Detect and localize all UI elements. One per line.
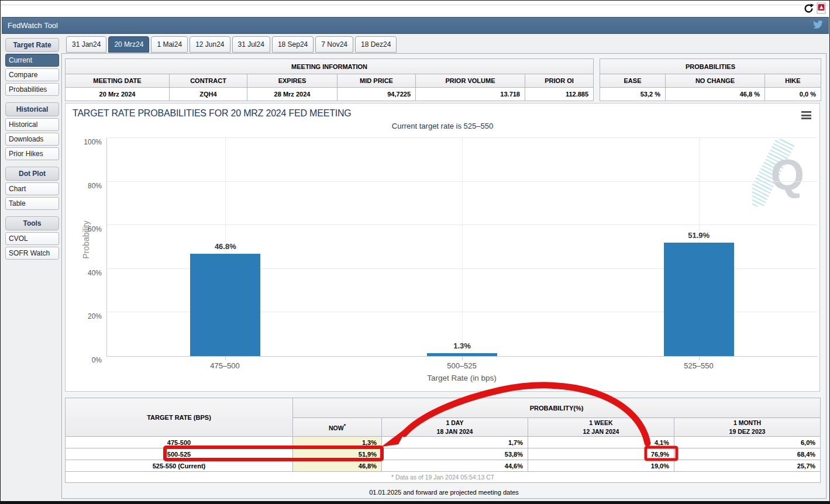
tab-7nov24[interactable]: 7 Nov24 [315,36,353,53]
ease-value: 53,2 % [600,88,666,101]
probability-bar-500-525[interactable] [664,243,734,356]
prior-volume-value: 13.718 [416,88,525,101]
bar-value-label: 51.9% [688,231,710,240]
col-1-day: 1 DAY18 JAN 2024 [382,418,528,437]
week1-cell: 19,0% [528,460,674,472]
x-category-525-550: 525–550 [684,361,714,370]
now-cell: 46,8% [293,460,382,472]
twitter-bird-icon[interactable] [813,20,823,31]
col-1-week: 1 WEEK12 JAN 2024 [528,418,674,437]
hike-value: 0,0 % [765,88,821,101]
table-row-475-500: 475-500 1,3% 1,7% 4,1% 6,0% [66,437,821,448]
table-row-525-550-current: 525-550 (Current) 46,8% 44,6% 19,0% 25,7… [66,460,821,472]
browser-top-strip [1,1,829,17]
app-header-bar: FedWatch Tool [2,17,829,34]
col-prior-oi: PRIOR OI [525,74,594,88]
meeting-date-value: 20 Mrz 2024 [66,88,170,101]
tab-18dez24[interactable]: 18 Dez24 [355,36,397,53]
plot-area: Q 1.3% 51.9% 46.8% 0%20%40%60%80%100% [106,138,817,357]
col-hike: HIKE [765,74,821,88]
col-no-change: NO CHANGE [666,74,765,88]
hamburger-menu-icon[interactable] [801,111,811,121]
probabilities-summary-table: PROBABILITIES EASE NO CHANGE HIKE 53,2 %… [600,58,821,101]
tab-12jun24[interactable]: 12 Jun24 [190,36,230,53]
expires-value: 28 Mrz 2024 [247,88,337,101]
chart-subtitle: Current target rate is 525–550 [66,122,819,130]
day1-cell: 1,7% [382,437,528,448]
sidebar-header-tools: Tools [5,216,59,230]
col-ease: EASE [600,74,666,88]
top-divider [1,5,829,5]
projected-dates-note: 01.01.2025 and forward are projected mee… [62,489,826,496]
sidebar-header-dot-plot: Dot Plot [5,167,59,181]
col-prior-volume: PRIOR VOLUME [416,74,525,88]
meeting-info-title: MEETING INFORMATION [66,59,594,74]
bar-value-label: 1.3% [453,341,471,350]
rate-cell: 475-500 [66,437,293,448]
contract-value: ZQH4 [170,88,247,101]
app-title: FedWatch Tool [8,21,58,30]
week1-cell: 4,1% [528,437,674,448]
bar-slot-525-550: 46.8% [107,138,344,356]
tab-20mrz24[interactable]: 20 Mrz24 [108,36,149,53]
day1-cell: 44,6% [382,460,528,472]
sidebar-item-current[interactable]: Current [5,54,59,67]
tab-18sep24[interactable]: 18 Sep24 [272,36,314,53]
col-meeting-date: MEETING DATE [66,74,170,88]
target-rate-bps-header: TARGET RATE (BPS) [66,398,293,437]
rate-cell: 500-525 [66,448,293,460]
fedwatch-tool-page: FedWatch Tool 31 Jan24 20 Mrz24 1 Mai24 … [0,0,830,504]
meeting-date-tabs: 31 Jan24 20 Mrz24 1 Mai24 12 Jun24 31 Ju… [66,36,397,53]
rate-probability-table: TARGET RATE (BPS) PROBABILITY(%) NOW* 1 … [65,398,821,483]
sidebar-item-downloads[interactable]: Downloads [5,133,59,146]
no-change-value: 46,8 % [666,88,765,101]
data-as-of-footnote: * Data as of 19 Jan 2024 05:54:13 CT [66,472,821,483]
probability-bar-525-550[interactable] [190,254,260,356]
col-now: NOW* [293,418,382,437]
probability-pct-header: PROBABILITY(%) [293,398,821,418]
x-axis-title: Target Rate (in bps) [106,374,817,382]
tab-31jan24[interactable]: 31 Jan24 [66,36,106,53]
probabilities-title: PROBABILITIES [600,59,821,74]
col-expires: EXPIRES [247,74,337,88]
x-category-500-525: 500–525 [447,361,477,370]
mid-price-value: 94,7225 [337,88,416,101]
sidebar-item-chart[interactable]: Chart [5,182,59,195]
table-row-500-525: 500-525 51,9% 53,8% 76,9% 68,4% [66,448,821,460]
sidebar-nav: Target Rate Current Compare Probabilitie… [5,38,59,260]
bar-value-label: 46.8% [215,242,236,251]
target-rate-probabilities-chart: TARGET RATE PROBABILITIES FOR 20 MRZ 202… [65,103,820,392]
rate-cell: 525-550 (Current) [66,460,293,472]
probability-bar-475-500[interactable] [427,353,497,356]
sidebar-item-table[interactable]: Table [5,197,59,210]
col-contract: CONTRACT [170,74,247,88]
pdf-export-icon[interactable] [817,2,826,16]
week1-cell: 76,9% [528,448,674,460]
month1-cell: 68,4% [674,448,821,460]
sidebar-item-historical[interactable]: Historical [5,118,59,131]
day1-cell: 53,8% [382,448,528,460]
x-category-475-500: 475–500 [210,361,240,370]
col-mid-price: MID PRICE [337,74,416,88]
now-cell: 51,9% [293,448,382,460]
chart-title: TARGET RATE PROBABILITIES FOR 20 MRZ 202… [73,108,352,119]
month1-cell: 25,7% [674,460,821,472]
tab-1mai24[interactable]: 1 Mai24 [151,36,188,53]
sidebar-item-cvol[interactable]: CVOL [5,232,59,245]
sidebar-item-compare[interactable]: Compare [5,68,59,81]
sidebar-item-sofr-watch[interactable]: SOFR Watch [5,247,59,260]
main-content-panel: MEETING INFORMATION MEETING DATE CONTRAC… [61,53,826,499]
refresh-icon[interactable] [803,3,814,16]
sidebar-item-probabilities[interactable]: Probabilities [5,83,59,96]
month1-cell: 6,0% [674,437,821,448]
bar-slot-500-525: 51.9% [580,138,817,356]
sidebar-item-prior-hikes[interactable]: Prior Hikes [5,147,59,160]
col-1-month: 1 MONTH19 DEZ 2023 [674,418,821,437]
meeting-information-table: MEETING INFORMATION MEETING DATE CONTRAC… [65,58,594,101]
tab-31jul24[interactable]: 31 Jul24 [232,36,270,53]
now-cell: 1,3% [293,437,382,448]
sidebar-header-historical: Historical [5,102,59,116]
now-asterisk: * [344,423,346,429]
prior-oi-value: 112.885 [525,88,594,101]
bar-slot-475-500: 1.3% [344,138,581,356]
